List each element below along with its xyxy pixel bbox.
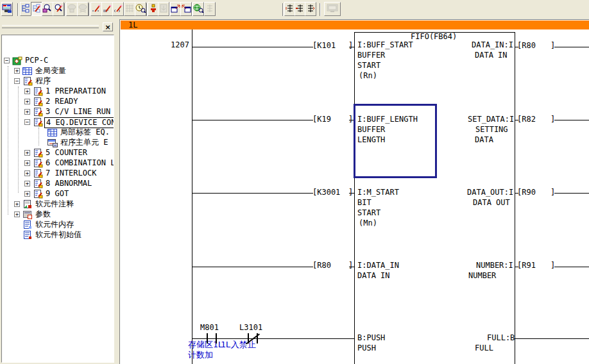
pin-set-data[interactable]: SET_DATA:I	[468, 115, 514, 124]
find-device-button[interactable]	[192, 2, 204, 16]
expand-icon[interactable]: +	[24, 191, 30, 197]
tree-item-label[interactable]: 软元件内存	[34, 220, 75, 229]
toolbar-separator	[282, 3, 284, 16]
tree-item-label[interactable]: PCP-C	[24, 56, 49, 65]
note-edit-button[interactable]	[112, 2, 124, 16]
tree-item--e[interactable]: 程序主单元 E	[2, 138, 114, 148]
contact-m801-bar[interactable]	[216, 333, 217, 343]
tree-item-9-got[interactable]: +9 GOT	[2, 189, 114, 199]
pin-data-in2[interactable]: I:DATA_IN	[357, 261, 399, 270]
expand-icon[interactable]: +	[14, 201, 20, 207]
tree-item-label[interactable]: 4 EQ.DEVICE CON	[44, 117, 114, 128]
find-time-button[interactable]	[135, 2, 146, 16]
collapse-icon[interactable]: −	[24, 119, 30, 125]
contact-l3101-label[interactable]: L3101	[239, 324, 262, 332]
jump-window-back-button[interactable]	[180, 2, 192, 16]
pin-push[interactable]: B:PUSH	[357, 334, 385, 342]
tree-item-label[interactable]: 程序	[34, 76, 52, 86]
tree-item-label[interactable]: 全局变量	[34, 66, 67, 76]
tree-item-6-combination-li[interactable]: +6 COMBINATION LI	[2, 158, 114, 169]
grid-button	[124, 2, 135, 16]
contact-m801-label[interactable]: M801	[200, 324, 219, 332]
operand-r80-out[interactable]: [R80	[517, 42, 536, 50]
panel-gripper[interactable]	[2, 25, 99, 28]
operand-r80-in[interactable]: [R80	[312, 261, 331, 270]
tree-item-5-counter[interactable]: +5 COUNTER	[2, 148, 114, 158]
pin-buff-start[interactable]: I:BUFF_START	[357, 41, 413, 49]
init-icon	[22, 231, 33, 242]
ladder-edit-mode-button[interactable]	[31, 2, 42, 16]
collapse-icon[interactable]: −	[4, 58, 10, 63]
operand-k3001[interactable]: [K3001	[312, 188, 340, 197]
tree-item-label[interactable]: 软元件初始值	[34, 230, 83, 240]
tree-item-2-ready[interactable]: +2 READY	[2, 97, 114, 107]
pin-data-in[interactable]: DATA_IN:I	[472, 41, 513, 49]
tree-item-label[interactable]: 局部标签 EQ.	[59, 128, 111, 137]
tree-item-4-eq-device-con[interactable]: −4 EQ.DEVICE CON	[2, 117, 114, 128]
contact-l3101-bar[interactable]	[257, 333, 258, 343]
pin-number[interactable]: NUMBER:I	[476, 261, 513, 270]
pin-data-out[interactable]: DATA_OUT:I	[467, 188, 513, 197]
project-tree-panel: × −PCP-C+全局变量−程序+1 PREPARATION+2 READY+3…	[0, 19, 119, 364]
tree-item-3-c-v-line-run[interactable]: +3 C/V LINE RUN	[2, 107, 114, 117]
operand-r91-out[interactable]: [R91	[517, 261, 536, 270]
tree-item-8-abnormal[interactable]: +8 ABNORMAL	[2, 179, 114, 189]
expand-icon[interactable]: +	[14, 68, 20, 74]
expand-icon[interactable]: +	[24, 170, 30, 176]
operand-r82-out[interactable]: [R82	[517, 115, 536, 124]
tree-item-label[interactable]: 7 INTERLOCK	[44, 169, 98, 178]
tree-item-label[interactable]: 3 C/V LINE RUN	[44, 107, 112, 117]
transfer-setup-button[interactable]	[1, 2, 13, 16]
operand-k101[interactable]: [K101	[312, 42, 336, 50]
device-comment-button[interactable]	[90, 2, 102, 16]
tree-item--[interactable]: 软元件初始值	[2, 230, 114, 240]
edit-rung-button[interactable]	[305, 2, 316, 16]
pin-m-start[interactable]: I:M_START	[357, 188, 399, 197]
cell-selection-cursor[interactable]	[354, 104, 437, 178]
monitor-stop-button	[77, 2, 89, 16]
tree-item-label[interactable]: 程序主单元 E	[59, 138, 109, 147]
statement-edit-button[interactable]	[101, 2, 113, 16]
project-tree: −PCP-C+全局变量−程序+1 PREPARATION+2 READY+3 C…	[1, 35, 114, 363]
expand-icon[interactable]: +	[24, 99, 30, 104]
tree-item--[interactable]: −程序	[2, 76, 114, 87]
collapse-icon[interactable]: −	[14, 78, 20, 84]
tree-item-label[interactable]: 1 PREPARATION	[44, 87, 107, 96]
tree-item-label[interactable]: 参数	[34, 210, 52, 219]
tree-item-pcp-c[interactable]: −PCP-C	[2, 56, 114, 66]
tree-item-label[interactable]: 9 GOT	[44, 189, 70, 199]
tree-item--[interactable]: +全局变量	[2, 66, 114, 76]
toolbar-separator	[17, 3, 19, 16]
expand-icon[interactable]: +	[24, 160, 30, 166]
tree-item-7-interlock[interactable]: +7 INTERLOCK	[2, 169, 114, 179]
tree-item-label[interactable]: 6 COMBINATION LI	[44, 158, 114, 168]
contact-l3101-bar[interactable]	[248, 333, 249, 343]
tree-item-label[interactable]: 8 ABNORMAL	[44, 179, 93, 188]
close-icon[interactable]: ×	[103, 22, 113, 31]
read-mode-button[interactable]	[42, 2, 53, 16]
operand-k19[interactable]: [K19	[312, 115, 331, 124]
ladder-section-title: 1L	[128, 21, 137, 29]
tree-item-1-preparation[interactable]: +1 PREPARATION	[2, 87, 114, 97]
download-button	[158, 2, 169, 16]
tree-item--[interactable]: +参数	[2, 210, 114, 220]
rung-tool-button	[204, 2, 216, 16]
expand-icon[interactable]: +	[24, 181, 30, 186]
expand-icon[interactable]: +	[24, 150, 30, 156]
tree-item-label[interactable]: 5 COUNTER	[44, 148, 89, 158]
tree-item--eq-[interactable]: 局部标签 EQ.	[2, 128, 114, 138]
contact-m801-bar[interactable]	[207, 333, 208, 343]
expand-icon[interactable]: +	[24, 88, 30, 94]
write-mode-button[interactable]	[53, 2, 64, 16]
tree-item--[interactable]: 软元件内存	[2, 220, 114, 230]
pin-full[interactable]: FULL:B	[487, 334, 515, 342]
operand-r90-out[interactable]: [R90	[517, 188, 536, 197]
fb-title[interactable]: FIFO(FB64)	[411, 33, 457, 41]
tree-item-label[interactable]: 软元件注释	[34, 199, 75, 209]
expand-icon[interactable]: +	[14, 211, 20, 217]
tree-item--[interactable]: +软元件注释	[2, 199, 114, 210]
ladder-mode-button[interactable]	[20, 2, 31, 16]
expand-icon[interactable]: +	[24, 109, 30, 115]
tree-item-label[interactable]: 2 READY	[44, 97, 80, 106]
ladder-section-header[interactable]: 1L	[121, 21, 589, 29]
